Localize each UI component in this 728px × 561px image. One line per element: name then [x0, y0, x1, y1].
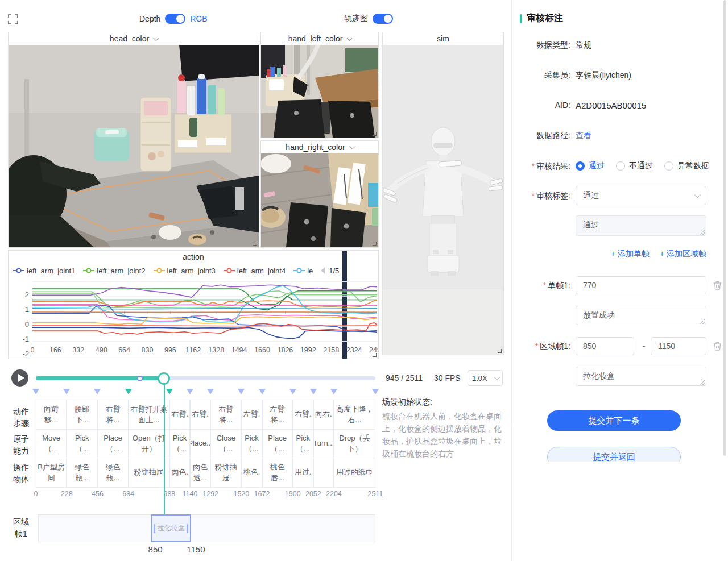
table-cell[interactable]: 绿色瓶... — [97, 458, 128, 488]
table-cell[interactable] — [313, 458, 334, 488]
add-region-frame-link[interactable]: + 添加区域帧 — [660, 249, 706, 259]
region-frame-selection[interactable]: 拉化妆盒 — [151, 514, 191, 542]
table-cell[interactable]: 肉色. — [169, 458, 190, 488]
table-cell[interactable]: 桃色唇... — [262, 458, 293, 488]
single-frame-input[interactable] — [576, 276, 706, 294]
table-cell[interactable]: 右臂. — [293, 400, 313, 430]
resize-corner-icon[interactable] — [373, 242, 377, 246]
legend-item[interactable]: left_arm_joint2 — [83, 267, 145, 275]
fullscreen-icon[interactable] — [8, 14, 18, 24]
trajectory-toggle[interactable] — [373, 14, 393, 24]
table-cell[interactable]: 右臂将... — [210, 400, 241, 430]
x-axis-tick-label: 166 — [49, 346, 61, 354]
radio-abnormal[interactable]: 异常数据 — [664, 161, 709, 171]
playback-speed-select[interactable]: 1.0X — [468, 370, 503, 386]
data-path-view-link[interactable]: 查看 — [576, 131, 592, 141]
x-axis-tick-label: 996 — [164, 346, 176, 354]
resize-corner-icon[interactable] — [373, 132, 377, 136]
scene-initial-state-title: 场景初始状态: — [382, 397, 432, 408]
resize-corner-icon[interactable] — [498, 349, 502, 353]
table-cell[interactable]: 右臂. — [169, 400, 190, 430]
keyframe-marker[interactable] — [310, 389, 317, 394]
table-cell[interactable]: Turn... — [313, 429, 334, 458]
keyframe-marker[interactable] — [259, 389, 266, 394]
table-cell[interactable]: 用过. — [293, 458, 313, 488]
hand-right-camera-select[interactable]: hand_right_color — [261, 141, 378, 153]
table-cell[interactable]: 左臂. — [241, 400, 262, 430]
delete-single-frame-icon[interactable] — [713, 281, 722, 290]
keyframe-marker[interactable] — [63, 389, 70, 394]
delete-region-frame-icon[interactable] — [713, 342, 722, 351]
region-left-handle[interactable] — [154, 524, 155, 533]
play-button[interactable] — [11, 369, 28, 387]
table-cell[interactable]: 绿色瓶... — [67, 458, 97, 488]
table-cell[interactable]: 高度下降，右... — [334, 400, 375, 430]
section-accent-bar — [520, 14, 522, 23]
legend-item[interactable]: le — [293, 267, 313, 275]
submit-next-button[interactable]: 提交并下一条 — [547, 410, 681, 431]
table-cell[interactable]: 腰部下... — [67, 400, 97, 430]
resize-grip-icon[interactable] — [700, 319, 705, 324]
table-cell[interactable]: 向右. — [313, 400, 334, 430]
resize-grip-icon[interactable] — [700, 230, 705, 235]
submit-return-button[interactable]: 提交并返回 — [547, 447, 681, 462]
pager-prev-icon[interactable] — [321, 267, 325, 274]
region-start-input[interactable] — [576, 337, 634, 355]
table-cell[interactable]: 右臂将... — [97, 400, 128, 430]
legend-item[interactable]: left_arm_joint4 — [224, 267, 286, 275]
region-right-handle[interactable] — [187, 524, 188, 533]
radio-pass[interactable]: 通过 — [576, 161, 605, 171]
frame-counter: 945 / 2511 — [386, 373, 423, 383]
resize-corner-icon[interactable] — [373, 353, 377, 357]
keyframe-marker[interactable] — [289, 389, 296, 394]
scrollbar[interactable] — [723, 0, 726, 456]
table-cell[interactable]: Pick（... — [169, 429, 190, 458]
review-tag-note[interactable]: 通过 — [576, 215, 706, 236]
table-cell[interactable]: Pick（... — [67, 429, 97, 458]
region-frame-track[interactable] — [38, 514, 375, 542]
keyframe-marker[interactable] — [125, 389, 132, 394]
table-cell[interactable]: B户型房间 — [36, 458, 67, 488]
table-cell[interactable]: 用过的纸巾 — [334, 458, 375, 488]
region-frame-note[interactable]: 拉化妆盒 — [576, 367, 706, 386]
table-cell[interactable]: 右臂. — [190, 400, 210, 430]
keyframe-marker[interactable] — [207, 389, 214, 394]
table-cell[interactable]: Place（... — [97, 429, 128, 458]
chevron-down-icon — [346, 35, 353, 41]
head-camera-select[interactable]: head_color — [9, 32, 259, 45]
keyframe-marker[interactable] — [187, 389, 193, 394]
single-frame-note[interactable]: 放置成功 — [576, 306, 706, 325]
table-cell[interactable]: Place（... — [262, 429, 293, 458]
keyframe-marker[interactable] — [372, 389, 379, 394]
table-cell[interactable]: 肉色透... — [190, 458, 210, 488]
playback-slider[interactable] — [36, 372, 375, 384]
table-cell[interactable]: Pick（... — [293, 429, 313, 458]
legend-items: left_arm_joint1left_arm_joint2left_arm_j… — [13, 267, 313, 275]
table-cell[interactable]: Close（... — [210, 429, 241, 458]
hand-left-camera-select[interactable]: hand_left_color — [261, 32, 378, 45]
table-cell[interactable]: Drop（丢下） — [334, 429, 375, 458]
keyframe-marker[interactable] — [330, 389, 337, 394]
table-cell[interactable]: Place... — [190, 429, 210, 458]
keyframe-marker[interactable] — [94, 389, 101, 394]
add-single-frame-link[interactable]: + 添加单帧 — [611, 249, 650, 259]
keyframe-marker[interactable] — [166, 389, 173, 394]
legend-item[interactable]: left_arm_joint1 — [13, 267, 75, 275]
depth-rgb-toggle[interactable] — [165, 14, 185, 24]
resize-grip-icon[interactable] — [700, 380, 705, 385]
legend-item[interactable]: left_arm_joint3 — [154, 267, 216, 275]
table-cell[interactable]: 粉饼抽屉 — [210, 458, 241, 488]
radio-fail[interactable]: 不通过 — [616, 161, 653, 171]
table-cell[interactable]: Move（... — [36, 429, 67, 458]
hand-left-camera-title: hand_left_color — [288, 34, 343, 43]
table-cell[interactable]: 桃色. — [241, 458, 262, 488]
table-cell[interactable]: Pick（... — [241, 429, 262, 458]
review-tag-select[interactable]: 通过 — [576, 186, 706, 205]
resize-corner-icon[interactable] — [253, 242, 257, 246]
keyframe-marker[interactable] — [238, 389, 245, 394]
region-end-input[interactable] — [651, 337, 706, 355]
table-cell[interactable]: 左臂将... — [262, 400, 293, 430]
depth-rgb-toggle-group: Depth RGB — [139, 14, 208, 24]
table-cell[interactable]: 向前移... — [36, 400, 67, 430]
keyframe-marker[interactable] — [32, 389, 39, 394]
